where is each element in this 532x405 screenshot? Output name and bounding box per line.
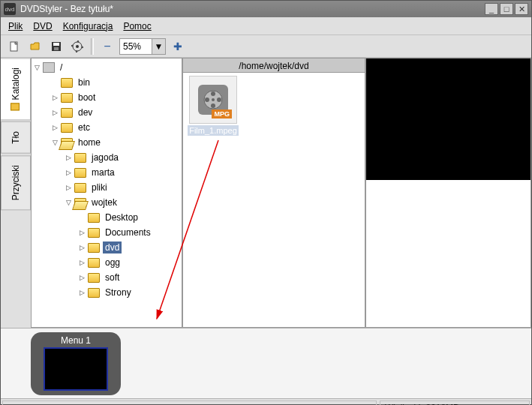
svg-point-9	[211, 104, 215, 108]
menu-tile-preview	[44, 347, 108, 391]
menu-tile-1[interactable]: Menu 1	[31, 332, 121, 395]
tree-node[interactable]: bin	[33, 75, 180, 90]
burn-button[interactable]	[68, 38, 86, 56]
computer-icon	[43, 62, 55, 73]
folder-icon	[61, 78, 73, 88]
tree-node-label[interactable]: jagoda	[89, 152, 121, 164]
folder-icon	[88, 273, 100, 283]
expand-icon[interactable]: ▷	[51, 124, 59, 132]
zoom-combo[interactable]: ▼	[119, 38, 166, 55]
tree-node-label[interactable]: dvd	[103, 242, 122, 254]
tree-node-label[interactable]: ogg	[103, 256, 122, 268]
tree-node-label[interactable]: Documents	[103, 226, 153, 238]
tree-node-label[interactable]: dev	[76, 106, 95, 118]
tree-node[interactable]: ▷soft	[33, 270, 180, 285]
file-grid[interactable]: MPG Film_1.mpeg	[182, 73, 365, 328]
new-button[interactable]	[5, 38, 23, 56]
tree-node[interactable]: ▷jagoda	[33, 150, 180, 165]
folder-icon	[88, 228, 100, 238]
zoom-out-button[interactable]: −	[98, 38, 116, 56]
tree-node[interactable]: ▷ogg	[33, 255, 180, 270]
tab-background-label: Tło	[11, 131, 21, 144]
svg-point-11	[212, 98, 215, 101]
preview-pane	[365, 58, 531, 328]
tree-pane[interactable]: ▽/bin▷boot▷dev▷etc▽home▷jagoda▷marta▷pli…	[31, 58, 182, 328]
status-size: Wielkość: 3618MB	[380, 400, 530, 405]
tab-buttons[interactable]: Przyciski	[1, 155, 31, 210]
toolbar: − ▼ ✚	[1, 35, 531, 58]
tree-node-label[interactable]: home	[76, 136, 103, 148]
expand-icon[interactable]: ▽	[65, 199, 73, 207]
open-button[interactable]	[26, 38, 44, 56]
file-item[interactable]: MPG Film_1.mpeg	[186, 76, 240, 136]
tree-node[interactable]: ▷etc	[33, 120, 180, 135]
tree-node-label[interactable]: etc	[76, 122, 92, 134]
svg-rect-2	[53, 43, 59, 46]
folder-icon	[88, 213, 100, 223]
expand-icon[interactable]: ▷	[78, 289, 86, 297]
folder-icon	[61, 138, 73, 148]
expand-icon[interactable]	[51, 79, 59, 87]
folder-icon	[88, 258, 100, 268]
tab-catalogs[interactable]: Katalogi	[1, 58, 31, 120]
tree-node-label[interactable]: boot	[76, 92, 98, 104]
zoom-dropdown[interactable]: ▼	[152, 39, 165, 54]
tree-node[interactable]: ▷pliki	[33, 180, 180, 195]
folder-icon	[74, 183, 86, 193]
expand-icon[interactable]: ▷	[65, 184, 73, 192]
expand-icon[interactable]: ▷	[78, 274, 86, 282]
folder-icon	[74, 153, 86, 163]
folder-icon	[74, 198, 86, 208]
tree-node-label[interactable]: Strony	[103, 286, 134, 298]
file-thumbnail: MPG	[189, 76, 237, 124]
tree-node[interactable]: ▷boot	[33, 90, 180, 105]
tree-node-label[interactable]: Desktop	[103, 212, 140, 224]
tree-node[interactable]: ▽home	[33, 135, 180, 150]
tree-node-label[interactable]: pliki	[89, 182, 110, 194]
expand-icon[interactable]: ▷	[78, 244, 86, 252]
zoom-input[interactable]	[120, 39, 152, 54]
folder-icon	[61, 93, 73, 103]
tab-background[interactable]: Tło	[1, 122, 31, 154]
tree-node-label[interactable]: marta	[89, 166, 117, 178]
side-tabs: Katalogi Tło Przyciski	[1, 58, 31, 328]
expand-icon[interactable]: ▽	[33, 64, 41, 72]
tree-node[interactable]: ▷Documents	[33, 225, 180, 240]
zoom-in-button[interactable]: ✚	[169, 38, 187, 56]
close-button[interactable]: ✕	[515, 3, 528, 15]
menu-config[interactable]: Konfiguracja	[63, 21, 113, 32]
svg-point-7	[211, 92, 215, 96]
tree-node[interactable]: ▷Strony	[33, 285, 180, 300]
tree-node-label[interactable]: soft	[103, 272, 122, 284]
tree-node-label[interactable]: wojtek	[89, 196, 119, 208]
expand-icon[interactable]: ▽	[51, 139, 59, 147]
folder-icon	[74, 168, 86, 178]
menu-tile-label: Menu 1	[61, 335, 91, 346]
svg-point-8	[217, 98, 221, 102]
tree-node-label[interactable]: bin	[76, 76, 92, 88]
expand-icon[interactable]: ▷	[51, 109, 59, 117]
tree-node[interactable]: ▽wojtek	[33, 195, 180, 210]
tree-node[interactable]: Desktop	[33, 210, 180, 225]
expand-icon[interactable]: ▷	[51, 94, 59, 102]
tree-root-label[interactable]: /	[58, 62, 65, 74]
menu-dvd[interactable]: DVD	[33, 21, 52, 32]
preview-canvas[interactable]	[366, 58, 530, 180]
menu-help[interactable]: Pomoc	[123, 21, 151, 32]
app-icon: dvd	[4, 3, 16, 15]
tree-node[interactable]: ▷marta	[33, 165, 180, 180]
file-name: Film_1.mpeg	[188, 125, 239, 136]
expand-icon[interactable]: ▷	[78, 229, 86, 237]
timeline[interactable]: Menu 1	[1, 328, 531, 398]
tree-node[interactable]: ▷dev	[33, 105, 180, 120]
expand-icon[interactable]: ▷	[65, 169, 73, 177]
expand-icon[interactable]	[78, 214, 86, 222]
tree-node[interactable]: ▷dvd	[33, 240, 180, 255]
save-button[interactable]	[47, 38, 65, 56]
folder-icon	[61, 108, 73, 118]
expand-icon[interactable]: ▷	[65, 154, 73, 162]
minimize-button[interactable]: _	[485, 3, 498, 15]
expand-icon[interactable]: ▷	[78, 259, 86, 267]
menu-file[interactable]: Plik	[8, 21, 23, 32]
maximize-button[interactable]: □	[500, 3, 513, 15]
